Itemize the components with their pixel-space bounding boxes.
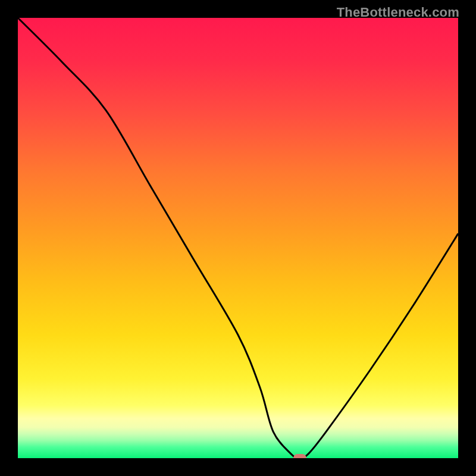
frame-right	[458, 0, 476, 476]
frame-bottom	[0, 458, 476, 476]
bottleneck-curve-path	[18, 18, 458, 458]
frame-left	[0, 0, 18, 476]
plot-area	[18, 18, 458, 458]
bottleneck-chart: TheBottleneck.com	[0, 0, 476, 476]
curve-svg	[18, 18, 458, 458]
watermark-text: TheBottleneck.com	[337, 5, 459, 20]
